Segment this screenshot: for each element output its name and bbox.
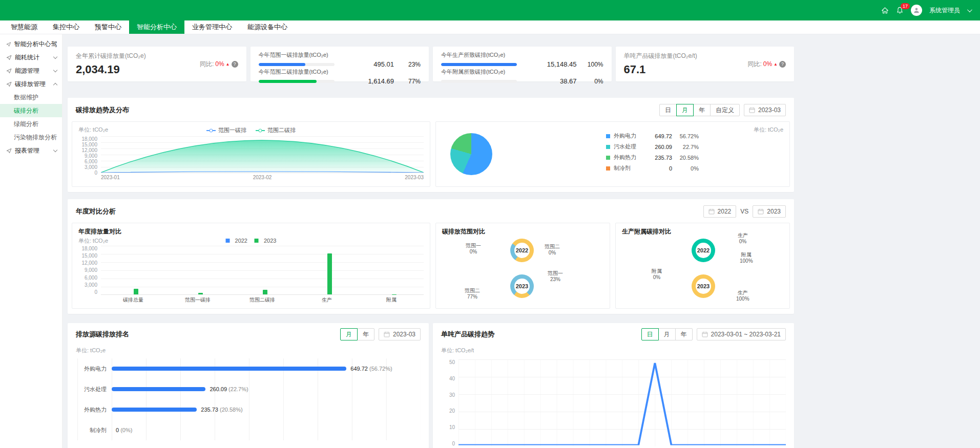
info-icon[interactable]: [779, 61, 786, 68]
x-axis: 2023-01 2023-02 2023-03: [101, 175, 424, 180]
chart-unit: 单位: tCO₂e: [78, 238, 108, 244]
progress-bar: [259, 63, 335, 66]
date-range-picker[interactable]: 2023-03-01 ~ 2023-03-21: [697, 328, 786, 340]
month-picker[interactable]: 2023-03: [744, 104, 786, 116]
month-picker[interactable]: 2023-03: [379, 328, 421, 340]
period-custom-button[interactable]: 自定义: [710, 104, 740, 116]
ranking-row: 污水处理260.09 (22.7%): [76, 379, 421, 399]
legend-item[interactable]: 污水处理 260.09 22.7%: [606, 143, 699, 151]
menu-icon: [6, 68, 12, 74]
period-month-button[interactable]: 月: [340, 328, 358, 340]
sidebar-subitem-green-analysis[interactable]: 绿能分析: [0, 117, 62, 131]
nav-tab-device-center[interactable]: 能源设备中心: [240, 20, 295, 34]
legend-swatch-icon: [606, 145, 610, 149]
period-month-button[interactable]: 月: [658, 328, 676, 340]
nav-tab-smart-energy[interactable]: 智慧能源: [3, 20, 45, 34]
year-picker-left[interactable]: 2022: [703, 205, 737, 218]
ranking-label: 外购热力: [76, 406, 107, 414]
donut-chart-2022: 2022: [510, 239, 534, 262]
legend-item-2022[interactable]: 2022: [226, 238, 247, 244]
home-icon[interactable]: [881, 7, 889, 14]
chevron-down-icon[interactable]: [967, 7, 972, 12]
x-axis: 碳排总量 范围一碳排 范围二碳排 生产 附属: [101, 296, 424, 304]
avatar[interactable]: [911, 5, 922, 16]
donut-label: 范围一 23%: [548, 270, 563, 283]
panel-title: 碳排放范围对比: [442, 227, 603, 236]
sidebar-item-energy-stats[interactable]: 能耗统计: [0, 51, 62, 64]
bar: [327, 253, 332, 294]
period-year-button[interactable]: 年: [675, 328, 693, 340]
donut-chart-2022: 2022: [692, 239, 715, 262]
calendar-icon: [702, 331, 708, 337]
sidebar-item-label: 能耗统计: [15, 53, 39, 62]
line-marker-icon: [206, 130, 216, 131]
donut-chart-2023: 2023: [510, 274, 534, 298]
donut-label: 范围二 0%: [545, 244, 560, 256]
stat-card-per-ton: 单吨产品碳排放量(tCO₂e/t) 67.1 同比: 0% ▲: [616, 47, 795, 81]
legend-item[interactable]: 外购电力 649.72 56.72%: [606, 132, 699, 140]
stat-row-auxiliary: 今年附属所致碳排(tCO₂e) 38.67 0%: [441, 68, 603, 85]
sidebar-item-label: 报表管理: [15, 146, 39, 155]
legend-item-scope1[interactable]: 范围一碳排: [206, 126, 246, 134]
arrow-up-icon: ▲: [774, 62, 778, 67]
bar: [134, 289, 138, 294]
chart-unit: 单位: tCO₂e/t: [441, 347, 786, 354]
donut-year-label: 2023: [692, 274, 715, 298]
sidebar-item-carbon-mgmt[interactable]: 碳排放管理: [0, 77, 62, 91]
sidebar-item-report-mgmt[interactable]: 报表管理: [0, 144, 62, 157]
y-axis: 50 40 30 20 10 0: [441, 359, 458, 446]
donut-label: 附属 100%: [740, 252, 753, 264]
chart-unit: 单位: tCO₂e: [754, 126, 783, 134]
sidebar-subitem-carbon-analysis[interactable]: 碳排分析: [0, 104, 62, 117]
stat-row-production: 今年生产所致碳排(tCO₂e) 15,148.45 100%: [441, 51, 603, 68]
period-day-button[interactable]: 日: [641, 328, 659, 340]
legend-item[interactable]: 外购热力 235.73 20.58%: [606, 154, 699, 161]
legend-item[interactable]: 制冷剂 0 0%: [606, 164, 699, 172]
year-picker-right[interactable]: 2023: [753, 205, 786, 218]
ranking-bar: [112, 367, 346, 371]
ranking-label: 污水处理: [76, 386, 107, 393]
ton-trend-card: 单吨产品碳排趋势 日 月 年 2023-03-01 ~ 2023-03-21: [433, 323, 794, 448]
period-day-button[interactable]: 日: [659, 104, 677, 116]
nav-tab-analysis-center[interactable]: 智能分析中心: [129, 20, 184, 34]
notification-bell-icon[interactable]: 17: [896, 6, 904, 14]
stat-value: 67.1: [624, 63, 697, 76]
arrow-up-icon: ▲: [226, 62, 230, 67]
period-toggle: 月 年: [340, 328, 374, 340]
sidebar-item-label: 碳排放管理: [15, 80, 46, 89]
stat-row-scope1: 今年范围一碳排放量(tCO₂e) 495.01 23%: [259, 51, 421, 68]
bar: [263, 290, 267, 294]
legend-swatch-icon: [606, 134, 610, 138]
main-content: 全年累计碳排放量(tCO₂e) 2,034.19 同比: 0% ▲ 今年范围一碳…: [62, 34, 980, 448]
period-month-button[interactable]: 月: [676, 104, 694, 116]
calendar-icon: [708, 208, 715, 215]
ranking-label: 外购电力: [76, 365, 107, 373]
ranking-value: 649.72 (56.72%): [350, 366, 392, 372]
yoy-indicator: 同比: 0% ▲: [747, 60, 786, 69]
y-axis: 18,000 15,000 12,000 9,000 6,000 3,000 0: [78, 136, 101, 173]
chevron-down-icon: [53, 55, 57, 59]
bar: [198, 293, 203, 294]
legend-item-scope2[interactable]: 范围二碳排: [256, 126, 296, 134]
ranking-value: 0 (0%): [116, 427, 132, 433]
sidebar-subitem-data-maintenance[interactable]: 数据维护: [0, 91, 62, 104]
nav-tab-business-center[interactable]: 业务管理中心: [184, 20, 240, 34]
section-title: 碳排放趋势及分布: [76, 105, 129, 115]
sidebar-item-label: 智能分析中心驾驶: [14, 40, 57, 49]
username[interactable]: 系统管理员: [929, 6, 960, 15]
nav-tab-control-center[interactable]: 集控中心: [45, 20, 87, 34]
period-year-button[interactable]: 年: [357, 328, 374, 340]
nav-tab-warning-center[interactable]: 预警中心: [87, 20, 129, 34]
ranking-row: 外购电力649.72 (56.72%): [76, 358, 421, 379]
menu-icon: [6, 41, 11, 47]
sidebar-item-energy-mgmt[interactable]: 能源管理: [0, 64, 62, 77]
sidebar-subitem-pollutant-analysis[interactable]: 污染物排放分析: [0, 131, 62, 144]
progress-bar: [441, 80, 517, 83]
sidebar-item-cockpit[interactable]: 智能分析中心驾驶: [0, 37, 62, 51]
period-year-button[interactable]: 年: [693, 104, 711, 116]
bar-group: [257, 246, 267, 294]
legend-item-2023[interactable]: 2023: [255, 238, 276, 244]
info-icon[interactable]: [232, 61, 238, 68]
stat-title: 全年累计碳排放量(tCO₂e): [76, 52, 146, 60]
main-nav: 智慧能源 集控中心 预警中心 智能分析中心 业务管理中心 能源设备中心: [0, 20, 980, 34]
